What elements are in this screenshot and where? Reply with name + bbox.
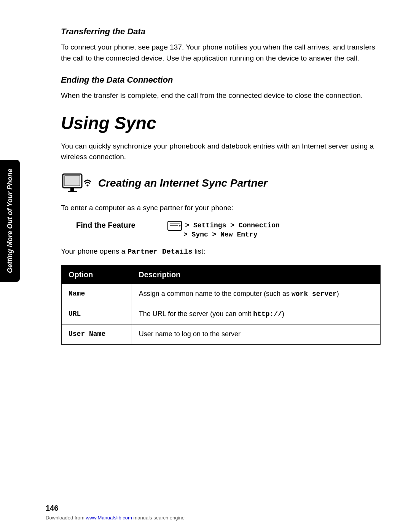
sidebar-label: Getting More Out of Your Phone [6,169,14,273]
subsection-heading: Creating an Internet Sync Partner [98,177,268,189]
table-row: Name Assign a common name to the compute… [61,284,380,304]
table-row: User Name User name to log on to the ser… [61,324,380,344]
section2-body: When the transfer is complete, end the c… [61,90,381,101]
partner-details-before: Your phone opens a [61,247,127,255]
desc-name-bold: work server [292,290,337,298]
desc-url-before: The URL for the server (you can omit [139,310,253,318]
chapter-intro: You can quickly synchronize your phonebo… [61,141,381,163]
desc-url-bold: http:// [253,310,282,318]
section2-heading: Ending the Data Connection [61,75,381,85]
find-feature-label: Find the Feature [76,221,152,230]
svg-point-4 [87,184,89,186]
page-number: 146 [46,504,388,513]
options-table: Option Description Name Assign a common … [61,265,381,345]
desc-url-after: ) [282,310,284,318]
svg-rect-2 [70,188,74,191]
path-line2: > Sync > New Entry [183,231,257,238]
find-feature-path-display: > Settings > Connection > Sync > New Ent… [167,222,280,238]
partner-details-bold: Partner Details [127,248,193,256]
download-suffix: manuals search engine [132,515,185,521]
sidebar-tab: Getting More Out of Your Phone [0,160,20,282]
path-line1: > Settings > Connection [185,222,279,229]
find-feature-path: > Settings > Connection > Sync > New Ent… [167,221,280,238]
partner-details-after: list: [193,247,206,255]
table-header-description: Description [132,265,380,284]
svg-rect-3 [68,191,77,192]
desc-name-after: ) [337,290,339,297]
partner-details-intro: Your phone opens a Partner Details list: [61,246,381,257]
chapter-title: Using Sync [61,113,381,133]
page-footer: 146 Downloaded from www.Manualslib.com m… [46,504,388,521]
main-content: Transferring the Data To connect your ph… [61,27,381,345]
description-url: The URL for the server (you can omit htt… [132,304,380,324]
option-name: Name [61,284,132,304]
desc-name-before: Assign a common name to the computer (su… [139,290,292,297]
description-username: User name to log on to the server [132,324,380,344]
option-url: URL [61,304,132,324]
section1-body: To connect your phone, see page 137. You… [61,42,381,64]
subsection-heading-row: Creating an Internet Sync Partner [61,170,381,197]
page-container: Getting More Out of Your Phone Transferr… [0,0,411,532]
option-username: User Name [61,324,132,344]
subsection-intro: To enter a computer as a sync partner fo… [61,203,381,214]
svg-marker-8 [179,225,181,227]
download-link[interactable]: www.Manualslib.com [86,515,132,521]
svg-rect-1 [65,176,80,186]
section1-heading: Transferring the Data [61,27,381,37]
find-feature-row: Find the Feature > Settings > Connection… [76,221,381,238]
download-before: Downloaded from [46,515,86,521]
download-text: Downloaded from www.Manualslib.com manua… [46,515,388,521]
table-row: URL The URL for the server (you can omit… [61,304,380,324]
computer-sync-icon [61,170,91,197]
table-header-option: Option [61,265,132,284]
description-name: Assign a common name to the computer (su… [132,284,380,304]
table-header-row: Option Description [61,265,380,284]
